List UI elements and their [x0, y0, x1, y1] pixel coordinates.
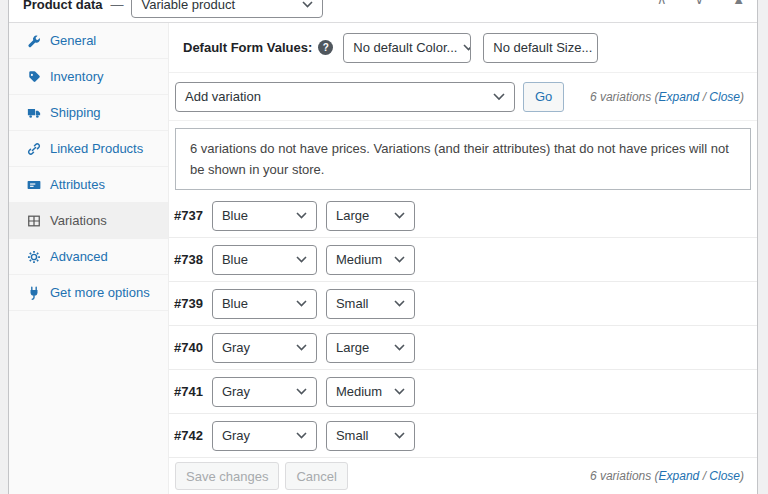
variation-size-select[interactable]: Medium [326, 377, 415, 407]
count-prefix: 6 variations ( [590, 469, 659, 483]
variation-size-select[interactable]: Small [326, 289, 415, 319]
close-link[interactable]: Close [709, 469, 740, 483]
close-link[interactable]: Close [709, 90, 740, 104]
gear-icon [27, 250, 41, 264]
chevron-down-icon [302, 1, 313, 8]
variation-color-value: Blue [222, 296, 248, 311]
expand-link[interactable]: Expand [659, 90, 700, 104]
default-size-select-value: No default Size... [493, 40, 592, 55]
chevron-down-icon [394, 388, 405, 395]
grid-icon [27, 214, 41, 228]
panel-title-dash: — [110, 0, 123, 12]
count-suffix: ) [740, 469, 744, 483]
chevron-down-icon [296, 432, 307, 439]
chevron-down-icon [296, 212, 307, 219]
chevron-down-icon [394, 432, 405, 439]
chevron-down-icon [296, 344, 307, 351]
variation-color-value: Gray [222, 384, 250, 399]
card-icon [27, 178, 41, 192]
variation-color-select[interactable]: Blue [212, 245, 317, 275]
count-prefix: 6 variations ( [590, 90, 659, 104]
variation-id: #741 [174, 384, 203, 399]
variation-size-select[interactable]: Small [326, 421, 415, 451]
sidebar-item-inventory[interactable]: Inventory [9, 59, 168, 95]
variations-count-top: 6 variations (Expand / Close) [590, 90, 744, 104]
variation-color-select[interactable]: Gray [212, 333, 317, 363]
default-form-values-row: Default Form Values: ? No default Color.… [169, 23, 757, 73]
product-data-header: Product data — Variable product ∧ ∨ ▲ [9, 0, 757, 23]
variation-color-value: Gray [222, 428, 250, 443]
variations-toolbar-bottom: Save changes Cancel 6 variations (Expand… [169, 458, 757, 494]
product-data-panel: Product data — Variable product ∧ ∨ ▲ [8, 0, 758, 494]
variation-row: #741 Gray Medium [169, 370, 757, 414]
variations-count-bottom: 6 variations (Expand / Close) [590, 469, 744, 483]
variation-color-select[interactable]: Blue [212, 289, 317, 319]
variation-id: #739 [174, 296, 203, 311]
default-size-select[interactable]: No default Size... [483, 33, 598, 63]
product-data-body: General Inventory Shipping [9, 23, 757, 494]
chevron-down-icon [394, 256, 405, 263]
sidebar-item-attributes[interactable]: Attributes [9, 167, 168, 203]
sidebar-item-label: General [50, 33, 96, 48]
variation-size-select[interactable]: Medium [326, 245, 415, 275]
sidebar-item-get-more-options[interactable]: Get more options [9, 275, 168, 311]
woocommerce-admin-page: Product data — Variable product ∧ ∨ ▲ [0, 0, 768, 494]
variation-color-select[interactable]: Gray [212, 421, 317, 451]
product-data-tabs: General Inventory Shipping [9, 23, 169, 494]
product-type-select-value: Variable product [141, 0, 235, 12]
variation-id: #737 [174, 208, 203, 223]
chevron-down-icon [394, 300, 405, 307]
sidebar-item-label: Attributes [50, 177, 105, 192]
save-changes-button[interactable]: Save changes [175, 462, 279, 490]
sidebar-item-general[interactable]: General [9, 23, 168, 59]
variation-row: #740 Gray Large [169, 326, 757, 370]
variation-color-value: Blue [222, 252, 248, 267]
sidebar-item-label: Linked Products [50, 141, 143, 156]
variation-id: #740 [174, 340, 203, 355]
link-icon [27, 142, 41, 156]
panel-title: Product data [23, 0, 102, 12]
no-prices-notice: 6 variations do not have prices. Variati… [175, 128, 751, 190]
go-button[interactable]: Go [523, 82, 564, 112]
sidebar-item-variations[interactable]: Variations [9, 203, 168, 239]
wrench-icon [27, 34, 41, 48]
sidebar-item-advanced[interactable]: Advanced [9, 239, 168, 275]
default-form-values-label: Default Form Values: [183, 40, 312, 55]
chevron-down-icon [493, 93, 505, 101]
sidebar-item-label: Shipping [50, 105, 101, 120]
variation-size-select[interactable]: Large [326, 201, 415, 231]
variation-color-select[interactable]: Blue [212, 201, 317, 231]
move-up-icon[interactable]: ∧ [657, 0, 667, 7]
variation-id: #738 [174, 252, 203, 267]
variation-size-select[interactable]: Large [326, 333, 415, 363]
sidebar-item-linked-products[interactable]: Linked Products [9, 131, 168, 167]
sidebar-item-label: Variations [50, 213, 107, 228]
truck-icon [27, 106, 41, 120]
add-variation-select-value: Add variation [185, 89, 261, 104]
move-down-icon[interactable]: ∨ [695, 0, 705, 7]
add-variation-select[interactable]: Add variation [175, 82, 515, 112]
count-suffix: ) [740, 90, 744, 104]
variations-toolbar-top: Add variation Go 6 variations (Expand / … [169, 73, 757, 121]
chevron-down-icon [296, 388, 307, 395]
variation-color-select[interactable]: Gray [212, 377, 317, 407]
sidebar-item-label: Advanced [50, 249, 108, 264]
expand-link[interactable]: Expand [659, 469, 700, 483]
variation-color-value: Gray [222, 340, 250, 355]
chevron-down-icon [296, 256, 307, 263]
toggle-panel-icon[interactable]: ▲ [732, 0, 745, 7]
variation-row: #742 Gray Small [169, 414, 757, 458]
variation-color-value: Blue [222, 208, 248, 223]
notice-text: 6 variations do not have prices. Variati… [190, 141, 729, 177]
variation-row: #738 Blue Medium [169, 238, 757, 282]
variation-size-value: Small [336, 428, 369, 443]
product-type-select[interactable]: Variable product [131, 0, 323, 18]
variation-row: #737 Blue Large [169, 194, 757, 238]
cancel-button[interactable]: Cancel [285, 462, 347, 490]
default-color-select[interactable]: No default Color... [343, 33, 471, 63]
sidebar-item-shipping[interactable]: Shipping [9, 95, 168, 131]
help-icon[interactable]: ? [318, 40, 333, 55]
variations-panel: Default Form Values: ? No default Color.… [169, 23, 757, 494]
chevron-down-icon [296, 300, 307, 307]
variation-size-value: Small [336, 296, 369, 311]
